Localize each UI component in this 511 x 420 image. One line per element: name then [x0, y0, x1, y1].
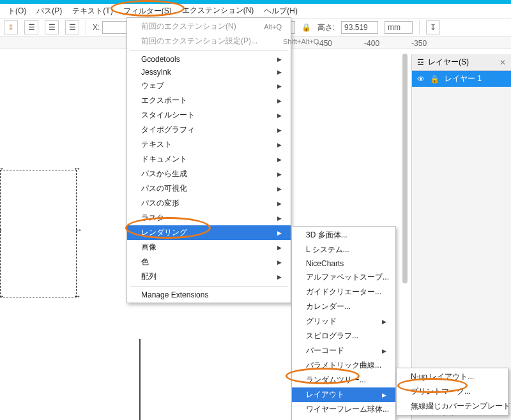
layers-icon: ☲: [417, 58, 424, 67]
height-input[interactable]: 93.519: [341, 21, 378, 34]
chevron-right-icon: ▶: [382, 392, 386, 398]
chevron-right-icon: ▶: [277, 112, 282, 119]
close-icon[interactable]: ✕: [500, 58, 506, 67]
menu-item[interactable]: N-up レイアウト...: [397, 370, 508, 384]
ruler-tick: -400: [364, 39, 379, 48]
menu-item[interactable]: パスから生成▶: [127, 167, 291, 181]
menu-item[interactable]: 無線綴じカバーテンプレート...: [397, 399, 508, 414]
align-button[interactable]: ☰: [65, 20, 79, 34]
selected-object[interactable]: [0, 170, 77, 297]
menubar: ト(O) パス(P) テキスト(T) フィルター(S) エクステンション(N) …: [0, 4, 511, 18]
chevron-right-icon: ▶: [277, 142, 282, 148]
chevron-right-icon: ▶: [277, 200, 282, 207]
menu-item[interactable]: カレンダー...: [292, 299, 395, 314]
rendering-submenu: 3D 多面体...L システム...NiceChartsアルファベットスープ..…: [291, 226, 396, 420]
align-button[interactable]: ☰: [24, 20, 38, 34]
menu-item[interactable]: 3D 多面体...: [292, 228, 395, 243]
tool-button[interactable]: ↧: [426, 20, 440, 34]
menu-item[interactable]: テキスト▶: [127, 137, 291, 152]
eye-icon[interactable]: 👁: [417, 75, 425, 84]
menu-item[interactable]: ランダムツリー...: [292, 373, 395, 387]
tool-button[interactable]: ⇕: [4, 20, 18, 34]
chevron-right-icon: ▶: [382, 348, 386, 354]
lock-icon[interactable]: 🔒: [301, 23, 311, 32]
chevron-right-icon: ▶: [277, 274, 282, 280]
layer-name: レイヤー 1: [445, 73, 482, 84]
menu-item[interactable]: フィルター(S): [119, 4, 176, 18]
menu-item[interactable]: 画像▶: [127, 240, 291, 255]
layers-panel: ☲ レイヤー(S) ✕ 👁 🔒 レイヤー 1 + − ぼかし (%): [411, 54, 511, 420]
menu-item[interactable]: タイポグラフィ▶: [127, 123, 291, 137]
resize-handle[interactable]: [0, 228, 2, 234]
menu-item[interactable]: 配列▶: [127, 269, 291, 284]
menu-item[interactable]: アルファベットスープ...: [292, 270, 395, 285]
menu-item[interactable]: テキスト(T): [68, 4, 116, 18]
menu-item[interactable]: パス(P): [33, 4, 66, 18]
chevron-right-icon: ▶: [277, 98, 282, 104]
menu-item[interactable]: パラメトリック曲線...: [292, 358, 395, 373]
chevron-right-icon: ▶: [277, 83, 282, 89]
menu-item[interactable]: グリッド▶: [292, 314, 395, 329]
panel-tab-label: レイヤー(S): [428, 57, 469, 68]
resize-handle[interactable]: [0, 294, 3, 301]
layer-row[interactable]: 👁 🔒 レイヤー 1: [412, 71, 511, 87]
chevron-right-icon: ▶: [277, 69, 282, 75]
menu-item[interactable]: ドキュメント▶: [127, 152, 291, 167]
menu-item[interactable]: バーコード▶: [292, 343, 395, 358]
chevron-right-icon: ▶: [277, 186, 282, 192]
lock-icon[interactable]: 🔒: [430, 75, 439, 84]
resize-handle[interactable]: [75, 228, 81, 234]
panel-tab-layers[interactable]: ☲ レイヤー(S) ✕: [412, 54, 511, 71]
chevron-right-icon: ▶: [277, 244, 282, 251]
menu-item[interactable]: スタイルシート▶: [127, 108, 291, 123]
menu-item[interactable]: ト(O): [4, 4, 30, 18]
chevron-right-icon: ▶: [277, 127, 282, 133]
chevron-right-icon: ▶: [277, 156, 282, 163]
menu-item[interactable]: ウェブ▶: [127, 79, 291, 93]
chevron-right-icon: ▶: [277, 171, 282, 177]
height-label: 高さ:: [317, 22, 335, 33]
extensions-menu: 前回のエクステンション(N)Alt+Q前回のエクステンション設定(P)...Sh…: [126, 17, 291, 303]
menu-item[interactable]: JessyInk▶: [127, 66, 291, 79]
layout-submenu: N-up レイアウト...プリントマーク...無線綴じカバーテンプレート...: [396, 368, 508, 416]
x-label: X:: [93, 23, 100, 32]
chevron-right-icon: ▶: [277, 259, 282, 266]
menu-item[interactable]: Manage Extensions: [127, 289, 291, 301]
unit-select[interactable]: mm: [385, 21, 413, 34]
menu-item[interactable]: パスの変形▶: [127, 196, 291, 211]
resize-handle[interactable]: [0, 167, 3, 173]
menu-item[interactable]: スピログラフ...: [292, 329, 395, 343]
menu-item[interactable]: レンダリング▶: [127, 225, 291, 240]
menu-item[interactable]: NiceCharts: [292, 257, 395, 270]
menu-item[interactable]: プリントマーク...: [397, 384, 508, 399]
chevron-right-icon: ▶: [277, 230, 282, 236]
chevron-right-icon: ▶: [277, 56, 282, 63]
resize-handle[interactable]: [73, 167, 80, 173]
menu-item[interactable]: L システム...: [292, 243, 395, 257]
chevron-right-icon: ▶: [277, 215, 282, 221]
menu-item[interactable]: ワイヤーフレーム球体...: [292, 402, 395, 417]
menu-item[interactable]: レイアウト▶: [292, 387, 395, 402]
menu-item[interactable]: ラスタ▶: [127, 211, 291, 225]
ruler-tick: -450: [317, 39, 332, 48]
ruler-tick: -350: [411, 39, 427, 48]
canvas-line: [139, 339, 141, 420]
menu-item[interactable]: 関数のプロット...: [292, 417, 395, 420]
menu-item[interactable]: ガイドクリエーター...: [292, 285, 395, 299]
menu-item[interactable]: パスの可視化▶: [127, 181, 291, 196]
menu-item[interactable]: Gcodetools▶: [127, 53, 291, 66]
scrollbar-vertical[interactable]: [402, 54, 408, 283]
menu-item[interactable]: エクスポート▶: [127, 93, 291, 108]
menu-item-extensions[interactable]: エクステンション(N): [178, 4, 258, 18]
chevron-right-icon: ▶: [382, 319, 386, 325]
menu-item[interactable]: ヘルプ(H): [260, 4, 301, 18]
resize-handle[interactable]: [73, 294, 80, 301]
menu-item[interactable]: 色▶: [127, 255, 291, 269]
menu-item[interactable]: 前回のエクステンション(N)Alt+Q: [127, 19, 291, 34]
menu-item[interactable]: 前回のエクステンション設定(P)...Shift+Alt+Q: [127, 34, 291, 49]
align-button[interactable]: ☰: [45, 20, 59, 34]
